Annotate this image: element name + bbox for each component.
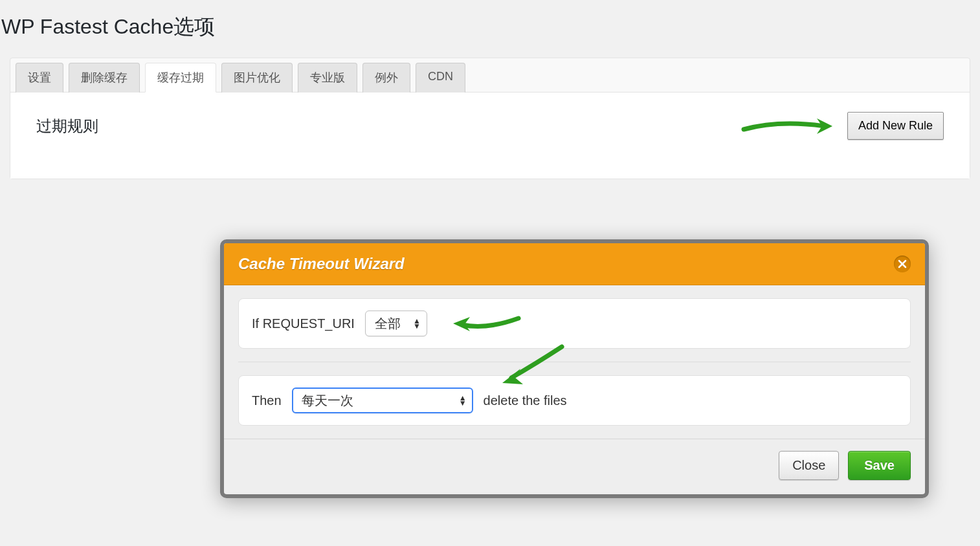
action-label: Then	[252, 393, 282, 408]
annotation-arrow-icon	[497, 344, 568, 389]
save-button[interactable]: Save	[848, 451, 911, 480]
add-new-rule-button[interactable]: Add New Rule	[847, 112, 944, 140]
page-title: WP Fastest Cache选项	[1, 13, 980, 41]
section-heading: 过期规则	[36, 116, 98, 136]
schedule-select[interactable]: 每天一次	[292, 388, 473, 413]
request-uri-select[interactable]: 全部	[365, 311, 427, 336]
tab-bar: 设置 删除缓存 缓存过期 图片优化 专业版 例外 CDN	[10, 58, 970, 93]
condition-row: If REQUEST_URI 全部 ▲▼	[238, 298, 911, 349]
tab-delete-cache[interactable]: 删除缓存	[69, 63, 140, 93]
annotation-arrow-icon	[741, 113, 838, 139]
cache-timeout-wizard-dialog: Cache Timeout Wizard If REQUEST_URI 全部 ▲…	[220, 239, 929, 498]
dialog-header: Cache Timeout Wizard	[224, 243, 925, 285]
divider	[238, 362, 911, 362]
tab-image-optimization[interactable]: 图片优化	[221, 63, 293, 93]
annotation-arrow-icon	[451, 312, 522, 335]
dialog-body: If REQUEST_URI 全部 ▲▼ Then	[224, 285, 925, 426]
condition-label: If REQUEST_URI	[252, 316, 355, 331]
tab-cache-timeout[interactable]: 缓存过期	[145, 63, 216, 93]
tab-content: 过期规则 Add New Rule	[10, 93, 970, 179]
dialog-title: Cache Timeout Wizard	[238, 255, 405, 273]
tab-exclude[interactable]: 例外	[362, 63, 410, 93]
dialog-footer: Close Save	[224, 439, 925, 494]
tabs-panel: 设置 删除缓存 缓存过期 图片优化 专业版 例外 CDN 过期规则 Add Ne…	[10, 58, 970, 179]
tab-premium[interactable]: 专业版	[298, 63, 357, 93]
action-suffix: delete the files	[484, 393, 567, 408]
tab-cdn[interactable]: CDN	[416, 63, 465, 93]
action-row: Then 每天一次 ▲▼ delete the files	[238, 375, 911, 426]
tab-settings[interactable]: 设置	[16, 63, 63, 93]
close-button[interactable]: Close	[779, 451, 839, 480]
close-icon[interactable]	[894, 256, 911, 272]
